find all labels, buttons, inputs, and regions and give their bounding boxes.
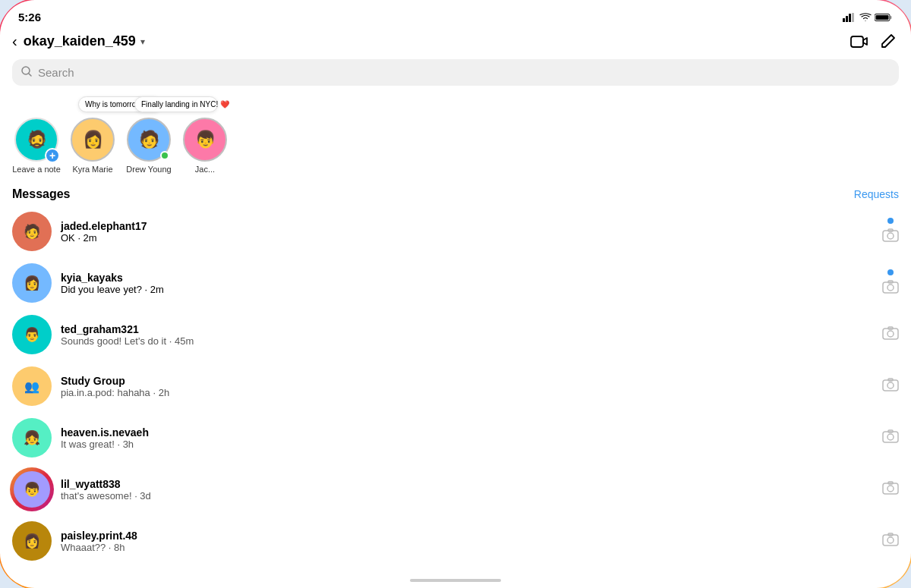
jac-avatar-wrap: Ga... 👦: [183, 118, 227, 162]
svg-point-26: [887, 486, 894, 492]
own-note[interactable]: 🧔 + Leave a note: [12, 118, 61, 174]
svg-rect-12: [888, 229, 893, 231]
status-bar: 5:26: [0, 0, 911, 28]
camera-icon[interactable]: [882, 228, 899, 246]
jac-note-label: Jac...: [195, 165, 215, 174]
compose-icon[interactable]: [879, 33, 896, 50]
kyra-note-label: Kyra Marie: [72, 165, 112, 174]
svg-point-20: [887, 382, 894, 388]
msg-preview: Whaaat?? · 8h: [61, 542, 873, 553]
msg-right: [882, 326, 899, 344]
svg-rect-13: [883, 282, 898, 293]
messages-title: Messages: [12, 187, 71, 201]
svg-rect-30: [888, 533, 893, 536]
drew-avatar: 🧑: [127, 118, 171, 162]
msg-preview: OK · 2m: [61, 232, 873, 244]
svg-rect-22: [883, 432, 898, 442]
svg-point-8: [22, 67, 30, 74]
msg-preview: pia.in.a.pod: hahaha · 2h: [61, 387, 873, 398]
jac-note[interactable]: Ga... 👦 Jac...: [181, 118, 229, 174]
msg-preview: Sounds good! Let's do it · 45m: [61, 335, 873, 347]
msg-right: [882, 218, 899, 246]
message-item[interactable]: 🧑 jaded.elephant17 OK · 2m: [0, 206, 911, 257]
msg-username: paisley.print.48: [61, 530, 873, 542]
drew-avatar-wrap: Finally landing in NYC! ❤️ 🧑: [127, 118, 171, 162]
message-item[interactable]: 👩 kyia_kayaks Did you leave yet? · 2m: [0, 257, 911, 309]
kyra-avatar: 👩: [71, 118, 115, 162]
chevron-down-icon[interactable]: ▾: [140, 36, 145, 47]
msg-preview: that's awesome! · 3d: [61, 490, 873, 502]
header: ‹ okay_kaiden_459 ▾: [0, 28, 911, 58]
camera-icon[interactable]: [882, 429, 899, 447]
message-item[interactable]: 👧 heaven.is.nevaeh It was great! · 3h: [0, 412, 911, 464]
svg-rect-0: [843, 18, 845, 22]
search-icon: [21, 66, 32, 79]
unread-dot: [887, 269, 894, 275]
add-note-button[interactable]: +: [45, 148, 60, 163]
svg-line-9: [29, 74, 31, 76]
msg-preview: It was great! · 3h: [61, 439, 873, 450]
header-left: ‹ okay_kaiden_459 ▾: [12, 33, 145, 50]
message-list: 🧑 jaded.elephant17 OK · 2m: [0, 206, 911, 567]
msg-username: lil_wyatt838: [61, 478, 873, 490]
avatar-paisley: 👩: [12, 521, 52, 561]
own-avatar-wrap: 🧔 +: [14, 118, 58, 162]
svg-point-17: [887, 331, 894, 337]
messages-header: Messages Requests: [0, 181, 911, 206]
status-icons: [843, 13, 893, 22]
message-item[interactable]: 👥 Study Group pia.in.a.pod: hahaha · 2h: [0, 360, 911, 412]
message-item[interactable]: 👩 paisley.print.48 Whaaat?? · 8h: [0, 515, 911, 567]
avatar-jaded: 🧑: [12, 212, 52, 251]
kyra-note[interactable]: Why is tomorrow Monday!? 😄 👩 Kyra Marie: [68, 118, 117, 174]
camera-icon[interactable]: [882, 481, 899, 498]
svg-point-23: [887, 434, 894, 440]
msg-username: ted_graham321: [61, 323, 873, 335]
avatar-heaven: 👧: [12, 418, 52, 458]
svg-rect-2: [849, 14, 851, 22]
video-call-icon[interactable]: [850, 34, 868, 49]
message-item[interactable]: 👨 ted_graham321 Sounds good! Let's do it…: [0, 309, 911, 360]
svg-rect-15: [888, 281, 893, 283]
notes-row: 🧔 + Leave a note Why is tomorrow Monday!…: [0, 93, 911, 181]
drew-note[interactable]: Finally landing in NYC! ❤️ 🧑 Drew Young: [125, 118, 173, 174]
header-username[interactable]: okay_kaiden_459: [24, 33, 136, 49]
msg-content-wyatt: lil_wyatt838 that's awesome! · 3d: [61, 478, 873, 502]
camera-icon[interactable]: [882, 533, 899, 550]
svg-rect-25: [883, 483, 898, 494]
avatar-kyia: 👩: [12, 263, 52, 303]
msg-content-ted: ted_graham321 Sounds good! Let's do it ·…: [61, 323, 873, 347]
msg-username: heaven.is.nevaeh: [61, 426, 873, 439]
svg-rect-16: [883, 329, 898, 339]
unread-dot: [887, 218, 894, 224]
requests-link[interactable]: Requests: [854, 188, 899, 200]
camera-icon[interactable]: [882, 280, 899, 297]
kyra-avatar-wrap: Why is tomorrow Monday!? 😄 👩: [71, 118, 115, 162]
back-button[interactable]: ‹: [12, 33, 17, 50]
svg-rect-7: [851, 36, 863, 47]
svg-point-11: [887, 233, 894, 239]
avatar-wyatt-wrap: 👦: [12, 470, 52, 509]
msg-right: [882, 481, 899, 498]
jac-avatar: 👦: [183, 118, 227, 162]
msg-username: Study Group: [61, 375, 873, 387]
msg-username: jaded.elephant17: [61, 220, 873, 232]
online-indicator: [160, 151, 169, 160]
avatar-wyatt: 👦: [14, 471, 50, 508]
svg-rect-27: [888, 482, 893, 484]
avatar-ted: 👨: [12, 315, 52, 354]
camera-icon[interactable]: [882, 378, 899, 395]
svg-rect-3: [852, 13, 854, 22]
msg-preview: Did you leave yet? · 2m: [61, 284, 873, 295]
msg-content-jaded: jaded.elephant17 OK · 2m: [61, 220, 873, 244]
drew-note-label: Drew Young: [126, 165, 171, 174]
msg-username: kyia_kayaks: [61, 272, 873, 284]
status-time: 5:26: [18, 11, 41, 24]
search-bar[interactable]: Search: [12, 59, 899, 86]
battery-icon: [875, 13, 893, 22]
wifi-icon: [859, 13, 872, 22]
msg-right: [882, 533, 899, 550]
camera-icon[interactable]: [882, 326, 899, 344]
msg-content-paisley: paisley.print.48 Whaaat?? · 8h: [61, 530, 873, 553]
kyra-note-bubble: Why is tomorrow Monday!? 😄: [78, 96, 162, 112]
message-item[interactable]: 👦 lil_wyatt838 that's awesome! · 3d: [0, 464, 911, 515]
